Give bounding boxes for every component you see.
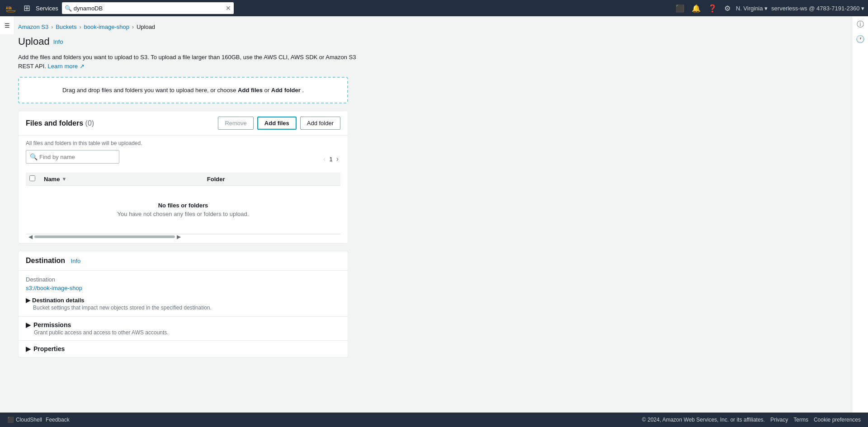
add-folder-button[interactable]: Add folder: [300, 117, 340, 130]
breadcrumb-current: Upload: [137, 23, 155, 30]
destination-details-toggle[interactable]: ▶ Destination details: [26, 297, 340, 304]
scroll-thumb[interactable]: [34, 235, 175, 238]
pagination-next[interactable]: ›: [335, 155, 340, 163]
destination-details-subtitle: Bucket settings that impact new objects …: [33, 305, 340, 311]
destination-section-title: Destination Info: [26, 257, 80, 265]
destination-section-header: Destination Info: [19, 251, 348, 271]
files-section-header: Files and folders (0) Remove Add files A…: [19, 111, 348, 136]
destination-info-link[interactable]: Info: [71, 258, 81, 264]
account-selector[interactable]: serverless-ws @ 4783-7191-2360 ▾: [771, 5, 864, 12]
services-label: Services: [36, 5, 58, 12]
drag-drop-zone[interactable]: Drag and drop files and folders you want…: [18, 77, 348, 103]
permissions-subtitle: Grant public access and access to other …: [34, 329, 340, 336]
breadcrumb: Amazon S3 › Buckets › book-image-shop › …: [18, 23, 841, 30]
horizontal-scrollbar[interactable]: ◀ ▶: [26, 234, 340, 239]
sidebar-toggle[interactable]: ☰: [0, 16, 14, 34]
files-count: (0): [85, 119, 94, 127]
properties-section: ▶ Properties: [19, 340, 348, 357]
search-pagination-row: 🔍 ‹ 1 ›: [26, 150, 340, 168]
files-section-title-row: Files and folders (0): [26, 119, 94, 127]
page-title-row: Upload Info: [18, 36, 841, 47]
files-folders-section: Files and folders (0) Remove Add files A…: [18, 111, 348, 244]
properties-chevron-icon: ▶: [26, 345, 31, 352]
permissions-toggle[interactable]: ▶ Permissions: [26, 321, 340, 328]
page-description: Add the files and folders you want to up…: [18, 53, 357, 70]
destination-label: Destination: [26, 276, 340, 283]
breadcrumb-sep-3: ›: [132, 24, 134, 30]
learn-more-link[interactable]: Learn more ↗: [48, 63, 85, 70]
aws-logo[interactable]: [4, 4, 18, 13]
breadcrumb-s3[interactable]: Amazon S3: [18, 23, 48, 30]
chevron-right-icon: ▶: [26, 297, 30, 304]
empty-state-title: No files or folders: [29, 202, 337, 209]
add-files-button[interactable]: Add files: [257, 117, 297, 130]
search-input[interactable]: [74, 5, 224, 12]
files-section-body: All files and folders in this table will…: [19, 136, 348, 243]
destination-value[interactable]: s3://book-image-shop: [26, 285, 82, 291]
table-header-name: Name ▼: [40, 173, 203, 186]
properties-toggle[interactable]: ▶ Properties: [26, 345, 340, 352]
drag-drop-or: or: [264, 87, 270, 94]
destination-section: Destination Info Destination s3://book-i…: [18, 251, 348, 357]
help-icon[interactable]: ❓: [706, 2, 719, 14]
pagination-prev[interactable]: ‹: [321, 155, 327, 163]
drag-drop-add-folder: Add folder: [271, 87, 301, 94]
services-button[interactable]: Services: [36, 5, 58, 12]
table-header-checkbox: [26, 173, 40, 186]
empty-state-row: No files or folders You have not chosen …: [26, 186, 340, 234]
svg-point-0: [6, 10, 15, 12]
page-info-link[interactable]: Info: [53, 38, 63, 45]
search-clear-button[interactable]: ✕: [226, 5, 231, 12]
pagination-number: 1: [329, 156, 332, 163]
scroll-left-arrow[interactable]: ◀: [27, 234, 34, 240]
top-navigation: ⊞ Services 🔍 ✕ ⬛ 🔔 ❓ ⚙ N. Virginia ▾ ser…: [0, 0, 868, 16]
notifications-icon[interactable]: ⬛: [674, 2, 686, 14]
breadcrumb-sep-2: ›: [79, 24, 81, 30]
breadcrumb-bucket-name[interactable]: book-image-shop: [84, 23, 129, 30]
hamburger-icon: ☰: [5, 22, 10, 29]
table-search-input[interactable]: [39, 154, 115, 160]
breadcrumb-buckets[interactable]: Buckets: [56, 23, 76, 30]
drag-drop-add-files: Add files: [238, 87, 263, 94]
permissions-chevron-icon: ▶: [26, 321, 31, 328]
breadcrumb-sep-1: ›: [51, 24, 53, 30]
scroll-right-arrow[interactable]: ▶: [175, 234, 183, 240]
right-panel-clock-icon[interactable]: 🕐: [856, 35, 865, 43]
right-sidebar: ⓘ 🕐: [852, 16, 868, 413]
remove-button[interactable]: Remove: [218, 117, 253, 130]
files-section-title: Files and folders (0): [26, 119, 94, 127]
settings-icon[interactable]: ⚙: [722, 2, 732, 14]
table-search-icon: 🔍: [30, 153, 38, 160]
files-subtitle: All files and folders in this table will…: [26, 140, 340, 146]
drag-drop-period: .: [302, 87, 304, 94]
table-search-bar: 🔍: [26, 150, 119, 164]
pagination: ‹ 1 ›: [321, 155, 340, 163]
right-panel-info-icon[interactable]: ⓘ: [857, 20, 864, 29]
destination-body: Destination s3://book-image-shop ▶ Desti…: [19, 271, 348, 316]
table-header-folder: Folder: [203, 173, 340, 186]
files-section-actions: Remove Add files Add folder: [218, 117, 340, 130]
page-title: Upload: [18, 36, 50, 47]
drag-drop-text: Drag and drop files and folders you want…: [62, 87, 236, 94]
select-all-checkbox[interactable]: [29, 175, 35, 181]
bell-icon[interactable]: 🔔: [690, 2, 703, 14]
region-selector[interactable]: N. Virginia ▾: [736, 5, 768, 12]
search-bar: 🔍 ✕: [62, 2, 234, 14]
empty-state: No files or folders You have not chosen …: [29, 188, 337, 231]
sort-icon[interactable]: ▼: [61, 176, 66, 182]
files-table: Name ▼ Folder No files or folders You ha…: [26, 173, 340, 234]
empty-state-desc: You have not chosen any files or folders…: [29, 211, 337, 217]
search-icon: 🔍: [65, 5, 72, 12]
grid-icon[interactable]: ⊞: [22, 1, 32, 15]
permissions-section: ▶ Permissions Grant public access and ac…: [19, 316, 348, 340]
